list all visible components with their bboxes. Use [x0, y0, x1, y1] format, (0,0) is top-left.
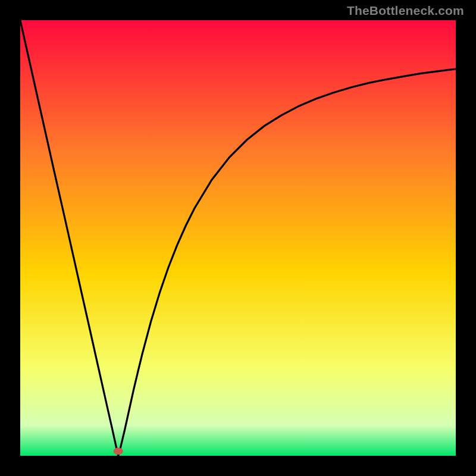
- watermark-text: TheBottleneck.com: [347, 4, 464, 18]
- chart-plot: [20, 20, 456, 456]
- chart-frame: TheBottleneck.com: [0, 0, 476, 476]
- gradient-background: [20, 20, 456, 456]
- minimum-marker: [114, 447, 123, 455]
